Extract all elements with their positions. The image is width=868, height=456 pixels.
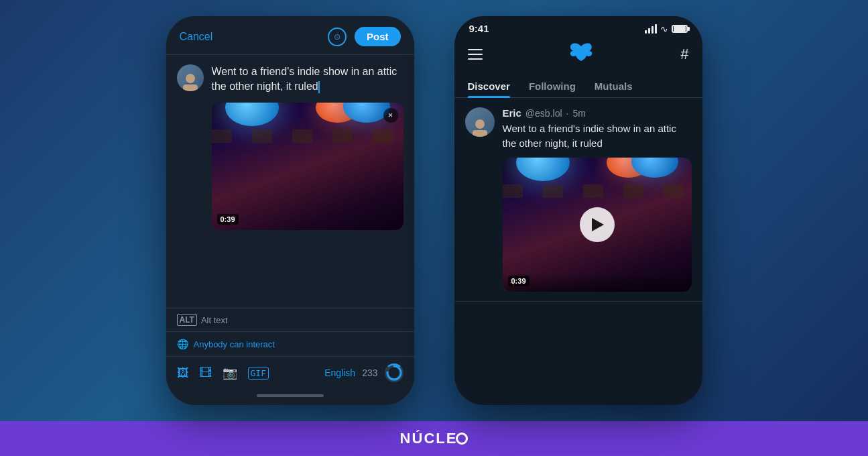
alt-text-row[interactable]: ALT Alt text <box>166 308 414 331</box>
signal-bar-3 <box>652 26 654 34</box>
hamburger-line-2 <box>468 54 483 55</box>
rafters <box>212 129 404 143</box>
video-icon[interactable]: 🎞 <box>200 366 212 380</box>
post-lamp-shade-left <box>516 158 570 181</box>
text-cursor <box>318 81 320 93</box>
toolbar-right: English 233 <box>324 363 403 382</box>
compose-body: Went to a friend's indie show in an atti… <box>166 55 414 308</box>
signal-bar-2 <box>648 28 650 34</box>
avatar-person <box>181 70 200 91</box>
post-button[interactable]: Post <box>355 27 401 46</box>
signal-bar-1 <box>645 30 647 34</box>
gif-icon[interactable]: GIF <box>248 367 269 380</box>
signal-bars <box>645 24 657 34</box>
post-handle[interactable]: @esb.lol <box>525 108 562 119</box>
hashtag-icon[interactable]: # <box>680 46 688 63</box>
compose-screen: Cancel ⊙ Post Went to a friend's indie s… <box>166 16 414 405</box>
feed-phone: 9:41 ∿ <box>454 16 702 405</box>
lamp-left <box>225 103 279 126</box>
hamburger-line-1 <box>468 49 483 50</box>
play-triangle-icon <box>592 218 604 231</box>
main-content: Cancel ⊙ Post Went to a friend's indie s… <box>0 0 868 421</box>
footer-bar: NÚCLE <box>0 421 868 456</box>
footer-logo: NÚCLE <box>400 430 469 447</box>
battery-fill <box>674 26 686 32</box>
post-rafters <box>503 184 692 198</box>
bluesky-logo-icon <box>570 42 593 66</box>
butterfly-svg <box>570 42 593 61</box>
interact-label: Anybody can interact <box>194 339 275 349</box>
post-author-name[interactable]: Eric <box>503 107 521 119</box>
post-avatar-head <box>475 119 485 129</box>
tab-bar: Discover Following Mutuals <box>454 74 702 98</box>
tab-following[interactable]: Following <box>529 74 576 97</box>
compose-phone: Cancel ⊙ Post Went to a friend's indie s… <box>166 16 414 405</box>
video-close-button[interactable]: × <box>383 108 398 123</box>
globe-icon: 🌐 <box>177 339 188 349</box>
post-meta: Eric @esb.lol · 5m <box>503 107 692 119</box>
compose-text-area[interactable]: Went to a friend's indie show in an atti… <box>212 64 404 298</box>
language-label[interactable]: English <box>324 367 355 378</box>
avatar-head <box>186 74 195 83</box>
post-content: Eric @esb.lol · 5m Went to a friend's in… <box>503 107 692 292</box>
video-duration-left: 0:39 <box>217 214 239 225</box>
home-indicator <box>166 389 414 402</box>
home-bar <box>257 394 324 397</box>
status-time: 9:41 <box>469 23 489 34</box>
alt-text-label: Alt text <box>201 315 228 325</box>
status-icons: ∿ <box>645 23 688 34</box>
interact-row[interactable]: 🌐 Anybody can interact <box>166 331 414 356</box>
camera-icon[interactable]: 📷 <box>223 365 237 380</box>
cancel-button[interactable]: Cancel <box>180 31 213 43</box>
post-card: Eric @esb.lol · 5m Went to a friend's in… <box>454 98 702 302</box>
lamp-shade-left <box>225 103 279 126</box>
compose-text: Went to a friend's indie show in an atti… <box>212 64 404 95</box>
post-lamp-left <box>516 158 570 181</box>
post-video-duration: 0:39 <box>508 276 530 286</box>
post-time: 5m <box>572 108 585 119</box>
char-progress-circle <box>385 363 404 382</box>
play-button[interactable] <box>580 207 615 242</box>
video-thumbnail: × 0:39 <box>212 103 404 230</box>
hamburger-line-3 <box>468 58 483 60</box>
video-scene <box>212 103 404 230</box>
compose-avatar <box>177 64 204 91</box>
lamp-right <box>343 103 390 123</box>
post-avatar-person <box>471 115 489 137</box>
status-bar: 9:41 ∿ <box>454 16 702 37</box>
image-icon[interactable]: 🖼 <box>177 366 189 380</box>
char-count: 233 <box>362 367 377 378</box>
compose-toolbar: 🖼 🎞 📷 GIF English 233 <box>166 356 414 389</box>
shield-icon[interactable]: ⊙ <box>328 27 347 46</box>
app-header: # <box>454 37 702 74</box>
hamburger-menu-icon[interactable] <box>468 49 483 60</box>
footer-logo-text: NÚCLE <box>400 430 458 447</box>
signal-bar-4 <box>655 24 657 34</box>
compose-header: Cancel ⊙ Post <box>166 16 414 55</box>
post-lamp-shade-right <box>631 158 678 178</box>
video-bottom-bar: 0:39 ⊹ <box>503 273 692 292</box>
tab-discover[interactable]: Discover <box>468 74 510 97</box>
post-avatar-body <box>473 130 487 137</box>
post-dot: · <box>566 108 569 119</box>
lamp-shade-right <box>343 103 390 123</box>
post-video[interactable]: 0:39 ⊹ <box>503 158 692 292</box>
avatar-body <box>183 84 198 91</box>
post-text: Went to a friend's indie show in an atti… <box>503 121 692 151</box>
wifi-icon: ∿ <box>660 23 668 34</box>
battery-icon <box>672 25 688 33</box>
footer-logo-o <box>456 433 468 445</box>
alt-text-icon: ALT <box>177 314 197 326</box>
progress-svg <box>385 363 404 382</box>
post-author-avatar <box>465 107 495 137</box>
tab-mutuals[interactable]: Mutuals <box>595 74 633 97</box>
post-lamp-right <box>631 158 678 178</box>
feed-screen: 9:41 ∿ <box>454 16 702 405</box>
header-icons: ⊙ Post <box>328 27 401 46</box>
